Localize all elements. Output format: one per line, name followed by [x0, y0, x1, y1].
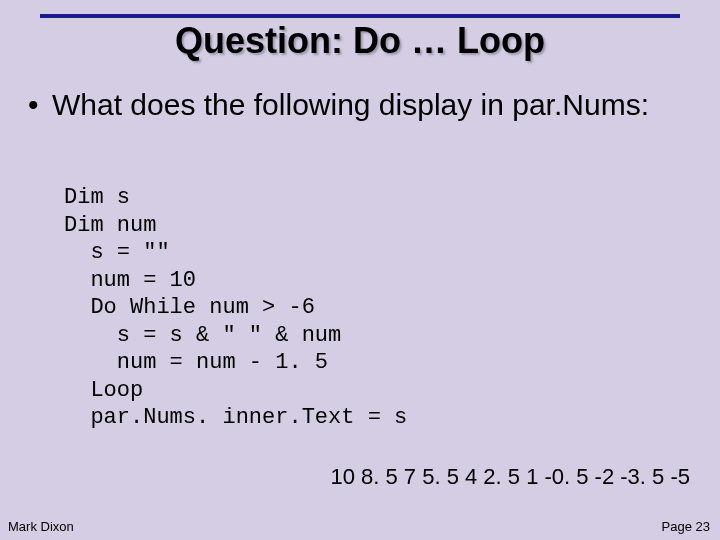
footer-page: Page 23 — [662, 519, 710, 534]
slide-title: Question: Do … Loop — [0, 20, 720, 62]
answer-text: 10 8. 5 7 5. 5 4 2. 5 1 -0. 5 -2 -3. 5 -… — [330, 464, 690, 490]
bullet-dot: • — [28, 86, 52, 124]
code-block: Dim s Dim num s = "" num = 10 Do While n… — [64, 184, 407, 432]
bullet-text: •What does the following display in par.… — [28, 86, 692, 124]
footer-author: Mark Dixon — [8, 519, 74, 534]
bullet-content: What does the following display in par.N… — [52, 88, 649, 121]
title-rule — [40, 14, 680, 18]
